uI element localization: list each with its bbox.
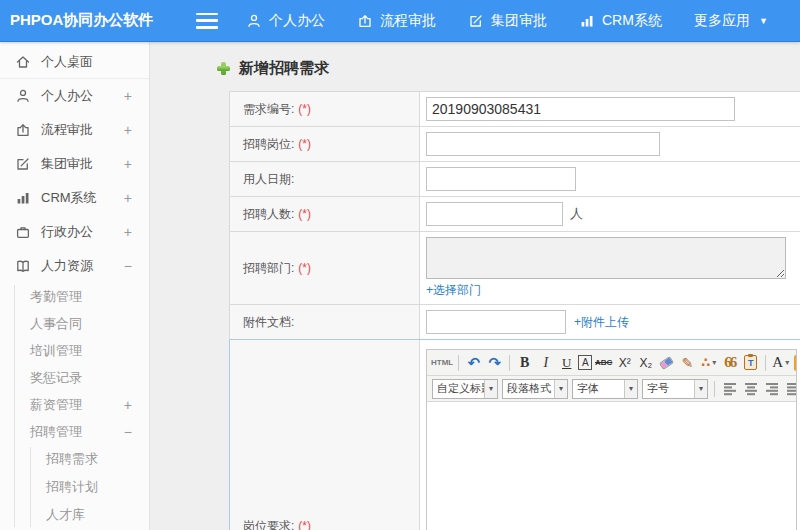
strikethrough-button[interactable]: ABC — [594, 353, 613, 373]
sidebar-item-label: 个人办公 — [41, 87, 93, 105]
highlight-shape: a — [794, 355, 796, 371]
sidebar-item-recruitment-plan[interactable]: 招聘计划 — [0, 473, 149, 501]
chart-icon — [15, 190, 31, 206]
font-size-select[interactable]: 字号▾ — [642, 379, 708, 399]
font-color-button[interactable]: A▾ — [771, 353, 790, 373]
app-title: PHPOA协同办公软件 — [0, 11, 138, 30]
sidebar-item-training-management[interactable]: 培训管理 — [0, 337, 149, 364]
sidebar-item-salary-management[interactable]: 薪资管理+ — [0, 391, 149, 418]
align-right-icon[interactable] — [762, 379, 781, 399]
align-justify-icon[interactable] — [783, 379, 796, 399]
field-label-text: 招聘岗位: — [243, 136, 294, 153]
html-source-button[interactable]: HTML — [431, 353, 453, 373]
font-style-button[interactable]: A — [578, 355, 592, 370]
employment-date-input[interactable] — [426, 167, 576, 191]
required-mark: (*) — [298, 519, 311, 530]
recruitment-headcount-input[interactable] — [426, 202, 563, 226]
sidebar-item-reward-punishment[interactable]: 奖惩记录 — [0, 364, 149, 391]
field-label-recruitment-headcount: 招聘人数:(*) — [230, 197, 420, 231]
nav-item-label: 个人办公 — [269, 12, 325, 30]
required-mark: (*) — [298, 102, 311, 116]
format-brush-icon[interactable]: ✎ — [678, 353, 697, 373]
field-label-requirement-number: 需求编号:(*) — [230, 92, 420, 126]
sidebar-item-crm-system[interactable]: CRM系统+ — [0, 181, 149, 215]
rich-text-editor: HTML↶↷BIUAABCX²X₂✎∴▾66TA▾a自定义标题▾段落格式▾字体▾… — [426, 349, 797, 530]
sidebar-item-human-resources[interactable]: 人力资源− — [0, 249, 149, 283]
sidebar-item-recruitment-requirements[interactable]: 招聘需求 — [0, 445, 149, 473]
recruitment-department-link[interactable]: +选择部门 — [426, 282, 481, 299]
sidebar-item-personal-office[interactable]: 个人办公+ — [0, 79, 149, 113]
nav-item-personal-office[interactable]: 个人办公 — [230, 0, 341, 42]
form-row-recruitment-department: 招聘部门:(*)+选择部门 — [229, 232, 800, 305]
paste-icon[interactable]: T — [741, 353, 760, 373]
expander-icon[interactable]: + — [124, 224, 132, 240]
sidebar-item-recruitment-management[interactable]: 招聘管理− — [0, 418, 149, 445]
eraser-icon[interactable] — [657, 353, 676, 373]
dropdown-label: 自定义标题 — [433, 381, 484, 396]
sidebar-item-attendance-management[interactable]: 考勤管理 — [0, 283, 149, 310]
bold-button[interactable]: B — [515, 353, 534, 373]
sidebar-item-personal-desktop[interactable]: 个人桌面 — [0, 45, 149, 79]
sidebar-item-label: 行政办公 — [41, 223, 93, 241]
highlight-color-button[interactable]: a — [792, 353, 796, 373]
color-palette-icon[interactable]: ∴▾ — [699, 353, 718, 373]
nav-item-crm-system[interactable]: CRM系统 — [563, 0, 678, 42]
sidebar-item-talent-pool[interactable]: 人才库 — [0, 501, 149, 529]
attachment-document-link[interactable]: +附件上传 — [574, 314, 629, 331]
undo-icon[interactable]: ↶ — [464, 353, 483, 373]
field-value-requirement-number — [420, 92, 800, 126]
blockquote-button[interactable]: 66 — [720, 353, 739, 373]
recruitment-department-textarea[interactable] — [426, 237, 786, 279]
sidebar-item-label: 人才库 — [46, 506, 85, 524]
form-row-attachment-document: 附件文档:+附件上传 — [229, 305, 800, 340]
expander-icon[interactable]: − — [124, 258, 132, 274]
edit-icon — [15, 156, 31, 172]
expander-icon[interactable]: + — [124, 190, 132, 206]
expander-icon[interactable]: + — [124, 88, 132, 104]
recruitment-form: 需求编号:(*)招聘岗位:(*)用人日期:招聘人数:(*)人招聘部门:(*)+选… — [229, 91, 800, 530]
expander-icon[interactable]: + — [124, 122, 132, 138]
custom-title-select[interactable]: 自定义标题▾ — [432, 379, 498, 399]
sidebar: 个人桌面个人办公+流程审批+集团审批+CRM系统+行政办公+人力资源−考勤管理人… — [0, 42, 150, 530]
nav-item-group-approval[interactable]: 集团审批 — [452, 0, 563, 42]
nav-item-more-apps[interactable]: 更多应用▼ — [678, 0, 784, 42]
sidebar-item-process-approval[interactable]: 流程审批+ — [0, 113, 149, 147]
field-label-recruitment-department: 招聘部门:(*) — [230, 232, 420, 304]
nav-item-process-approval[interactable]: 流程审批 — [341, 0, 452, 42]
process-icon — [15, 122, 31, 138]
editor-content-area[interactable] — [427, 402, 796, 530]
dropdown-label: 字体 — [573, 381, 624, 396]
font-family-select[interactable]: 字体▾ — [572, 379, 638, 399]
top-nav: 个人办公流程审批集团审批CRM系统更多应用▼ — [230, 0, 784, 42]
superscript-button[interactable]: X² — [615, 353, 634, 373]
paragraph-format-select[interactable]: 段落格式▾ — [502, 379, 568, 399]
expander-icon[interactable]: + — [124, 156, 132, 172]
sidebar-item-personnel-contract[interactable]: 人事合同 — [0, 310, 149, 337]
recruitment-position-input[interactable] — [426, 132, 660, 156]
hamburger-menu-button[interactable] — [196, 13, 218, 29]
align-center-icon[interactable] — [741, 379, 760, 399]
sidebar-item-label: 流程审批 — [41, 121, 93, 139]
underline-button[interactable]: U — [557, 353, 576, 373]
book-icon — [15, 258, 31, 274]
dropdown-label: 字号 — [643, 381, 694, 396]
redo-icon[interactable]: ↷ — [485, 353, 504, 373]
attachment-document-input[interactable] — [426, 310, 566, 334]
dropdown-label: 段落格式 — [503, 381, 554, 396]
italic-button[interactable]: I — [536, 353, 555, 373]
nav-item-label: 更多应用 — [694, 12, 750, 30]
caret-down-icon: ▾ — [484, 380, 497, 398]
subscript-button[interactable]: X₂ — [636, 353, 655, 373]
sidebar-item-admin-office[interactable]: 行政办公+ — [0, 215, 149, 249]
expander-icon[interactable]: − — [124, 424, 132, 440]
requirement-number-input[interactable] — [426, 97, 735, 121]
align-left-icon[interactable] — [720, 379, 739, 399]
chart-icon — [579, 13, 595, 29]
editor-toolbar-row-1: HTML↶↷BIUAABCX²X₂✎∴▾66TA▾a — [427, 350, 796, 376]
sidebar-item-group-approval[interactable]: 集团审批+ — [0, 147, 149, 181]
field-label-text: 招聘人数: — [243, 206, 294, 223]
field-value-attachment-document: +附件上传 — [420, 305, 800, 339]
sidebar-item-label: 个人桌面 — [41, 53, 93, 71]
field-value-position-requirements: HTML↶↷BIUAABCX²X₂✎∴▾66TA▾a自定义标题▾段落格式▾字体▾… — [420, 340, 800, 530]
expander-icon[interactable]: + — [124, 397, 132, 413]
